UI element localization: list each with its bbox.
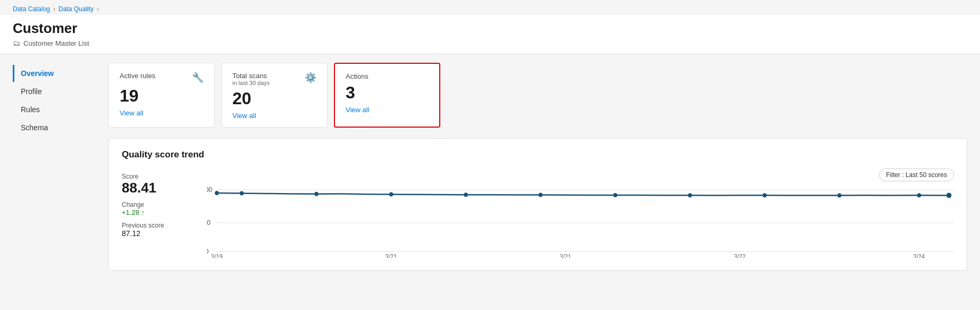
page-subtitle-text: Customer Master List <box>23 39 89 47</box>
svg-point-17 <box>947 193 951 198</box>
breadcrumb-sep-1: › <box>53 5 55 13</box>
content-area: Overview Profile Rules Schema Active rul… <box>0 54 980 279</box>
score-label: Score <box>122 173 207 180</box>
total-scans-viewall-link[interactable]: View all <box>232 112 256 120</box>
trend-chart-svg: 100 50 0 <box>207 183 954 258</box>
page-title: Customer <box>13 20 967 37</box>
svg-point-15 <box>837 194 841 198</box>
svg-text:3/19: 3/19 <box>211 253 223 258</box>
quality-trend-section: Quality score trend Score 88.41 Change +… <box>108 138 967 271</box>
chart-right: Filter : Last 50 scores 100 50 0 <box>207 169 954 259</box>
sidebar-item-schema[interactable]: Schema <box>13 119 108 136</box>
active-rules-icon: 🔧 <box>192 72 204 83</box>
page-subtitle: 🗂 Customer Master List <box>13 39 967 47</box>
sidebar: Overview Profile Rules Schema <box>13 63 108 271</box>
breadcrumb-data-catalog[interactable]: Data Catalog <box>13 5 50 13</box>
total-scans-card: Total scans in last 30 days ⚙️ 20 View a… <box>221 63 328 128</box>
filter-button[interactable]: Filter : Last 50 scores <box>879 169 954 181</box>
svg-point-16 <box>917 193 921 197</box>
chart-svg-area: 100 50 0 <box>207 183 954 259</box>
card-header-total-scans: Total scans in last 30 days ⚙️ <box>232 72 316 86</box>
breadcrumb-sep-2: › <box>97 5 99 13</box>
total-scans-icon: ⚙️ <box>305 72 316 83</box>
active-rules-viewall-link[interactable]: View all <box>120 109 144 117</box>
change-value: +1.28 ↑ <box>122 208 207 216</box>
total-scans-title: Total scans <box>232 72 270 80</box>
breadcrumb: Data Catalog › Data Quality › <box>0 0 980 15</box>
active-rules-card: Active rules 🔧 19 View all <box>108 63 215 128</box>
page-wrapper: Data Catalog › Data Quality › Customer 🗂… <box>0 0 980 310</box>
change-label: Change <box>122 201 207 208</box>
actions-viewall-link[interactable]: View all <box>346 106 370 114</box>
svg-text:3/21: 3/21 <box>559 253 571 258</box>
chart-container: Score 88.41 Change +1.28 ↑ Previous scor… <box>122 169 954 259</box>
breadcrumb-data-quality[interactable]: Data Quality <box>58 5 94 13</box>
main-content: Active rules 🔧 19 View all Total scans i… <box>108 63 967 271</box>
svg-text:0: 0 <box>207 248 208 255</box>
svg-point-12 <box>613 193 617 197</box>
cards-row: Active rules 🔧 19 View all Total scans i… <box>108 63 967 128</box>
svg-text:100: 100 <box>207 186 212 194</box>
svg-point-9 <box>389 192 393 197</box>
total-scans-subtitle: in last 30 days <box>232 80 270 86</box>
subtitle-icon: 🗂 <box>13 39 20 47</box>
svg-text:50: 50 <box>207 219 211 227</box>
sidebar-item-overview[interactable]: Overview <box>13 65 108 82</box>
chart-metrics: Score 88.41 Change +1.28 ↑ Previous scor… <box>122 169 207 238</box>
sidebar-item-rules[interactable]: Rules <box>13 101 108 118</box>
svg-text:3/21: 3/21 <box>386 253 397 258</box>
card-header-active-rules: Active rules 🔧 <box>120 72 204 83</box>
svg-point-14 <box>763 193 766 197</box>
svg-point-13 <box>688 193 692 197</box>
svg-point-8 <box>314 192 318 196</box>
svg-point-6 <box>215 191 219 195</box>
prev-score-label: Previous score <box>122 222 207 229</box>
actions-value: 3 <box>346 83 429 102</box>
page-header: Customer 🗂 Customer Master List <box>0 15 980 54</box>
total-scans-value: 20 <box>232 89 316 108</box>
svg-point-11 <box>539 193 542 197</box>
actions-title: Actions <box>346 72 368 80</box>
prev-score-value: 87.12 <box>122 229 207 238</box>
svg-text:3/22: 3/22 <box>734 253 746 258</box>
active-rules-value: 19 <box>120 87 204 105</box>
quality-trend-title: Quality score trend <box>122 149 954 160</box>
active-rules-title: Active rules <box>120 72 155 80</box>
svg-point-10 <box>464 192 467 197</box>
svg-point-7 <box>240 191 244 196</box>
score-value: 88.41 <box>122 180 207 196</box>
actions-card: Actions 3 View all <box>334 63 440 128</box>
card-header-actions: Actions <box>346 72 429 80</box>
sidebar-item-profile[interactable]: Profile <box>13 83 108 100</box>
svg-text:3/24: 3/24 <box>914 253 925 258</box>
